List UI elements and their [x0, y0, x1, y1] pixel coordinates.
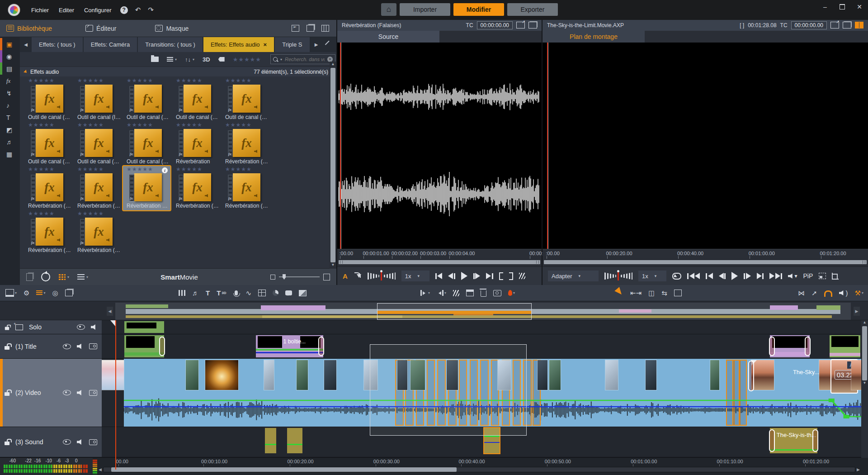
- item-rating-stars[interactable]: ★★★★★: [77, 210, 121, 217]
- item-rating-stars[interactable]: ★★★★★: [77, 122, 121, 128]
- monitor-icon[interactable]: [89, 390, 97, 396]
- item-rating-stars[interactable]: ★★★★★: [28, 166, 72, 173]
- library-item[interactable]: ★★★★★fxfxRéverbération (C...: [24, 166, 74, 210]
- library-scrollbar[interactable]: ▲ ▼: [330, 62, 336, 269]
- menu-fichier[interactable]: Fichier: [26, 5, 54, 15]
- library-item[interactable]: ★★★★★fxfxOutil de canal (St...: [222, 77, 271, 122]
- modifier-button[interactable]: Modifier: [453, 3, 504, 16]
- slide-tool-icon[interactable]: ⇆: [661, 289, 667, 297]
- copy-preview-icon[interactable]: [528, 22, 537, 28]
- multicam-icon[interactable]: [258, 290, 266, 296]
- send-to-timeline-button[interactable]: [354, 272, 362, 280]
- hscroll-thumb[interactable]: [111, 467, 457, 472]
- thumbnail-view-icon[interactable]: ▾: [58, 274, 69, 280]
- item-rating-stars[interactable]: ★★★★★: [127, 122, 170, 128]
- speed-button[interactable]: 1x▾: [638, 271, 666, 281]
- automation-button[interactable]: A: [343, 272, 348, 280]
- library-item[interactable]: ★★★★★ifxfxRéverbération (F...: [122, 165, 171, 211]
- dual-view-icon[interactable]: [855, 22, 863, 28]
- timeline-hscrollbar[interactable]: ◀ ▶: [99, 467, 860, 472]
- exporter-button[interactable]: Exporter: [507, 3, 558, 16]
- help-icon[interactable]: ?: [120, 6, 128, 14]
- pin-tab-icon[interactable]: [325, 40, 333, 48]
- video-clip-thumbnail[interactable]: [186, 360, 198, 390]
- play-button[interactable]: [461, 272, 467, 280]
- item-rating-stars[interactable]: ★★★★★: [28, 77, 72, 84]
- collection-tabs-left-icon[interactable]: ◀: [20, 37, 32, 52]
- mute-icon[interactable]: [77, 390, 83, 395]
- home-button[interactable]: ⌂: [381, 3, 396, 16]
- trim-mode-icon[interactable]: ⇤⇥: [630, 289, 642, 297]
- library-item[interactable]: ★★★★★fxfxOutil de canal (G...: [24, 77, 74, 122]
- video-clip-thumbnail[interactable]: [751, 360, 774, 390]
- rating-filter-stars[interactable]: ★★★★★: [233, 56, 261, 63]
- sidebar-photos[interactable]: ▤: [0, 62, 20, 75]
- overwrite-icon[interactable]: [466, 290, 474, 296]
- trim-handle[interactable]: [769, 337, 775, 356]
- sort-icon[interactable]: ↑↓▾: [185, 56, 194, 63]
- subtitle-icon[interactable]: [285, 290, 292, 295]
- collection-tab-1[interactable]: Effets: Caméra: [84, 37, 137, 52]
- tracks-scrollbar[interactable]: ▲▼: [861, 320, 868, 458]
- title-clip[interactable]: [830, 335, 860, 357]
- navigator-viewport[interactable]: [377, 303, 532, 320]
- item-rating-stars[interactable]: ★★★★★: [127, 77, 170, 84]
- video-clip-thumbnail[interactable]: [646, 360, 656, 390]
- source-scrollbar[interactable]: [337, 259, 542, 267]
- title-editor-icon[interactable]: T: [206, 289, 210, 297]
- timeline-settings-icon[interactable]: ⚙: [24, 289, 29, 297]
- sidebar-titles[interactable]: T: [0, 111, 20, 124]
- snapshot-icon[interactable]: [493, 290, 501, 296]
- thumbnail-size-slider[interactable]: [270, 274, 330, 280]
- visibility-icon[interactable]: [63, 390, 71, 395]
- razor-icon[interactable]: [453, 290, 459, 296]
- skip-start-button[interactable]: [435, 273, 443, 279]
- customize-toolbar-icon[interactable]: ▾: [5, 289, 17, 297]
- sidebar-sound-effects[interactable]: ♬: [0, 136, 20, 148]
- mute-icon[interactable]: [77, 344, 83, 349]
- library-item[interactable]: ★★★★★fxfxOutil de canal (St...: [172, 77, 222, 122]
- split-button[interactable]: [519, 273, 525, 279]
- library-item[interactable]: ★★★★★fxfxOutil de canal (P...: [123, 77, 172, 122]
- source-screen[interactable]: [337, 43, 542, 248]
- audio-scrub-icon[interactable]: ): [839, 289, 848, 297]
- mark-in-button[interactable]: [499, 272, 503, 280]
- title-clip[interactable]: [770, 335, 810, 357]
- pip-button[interactable]: PiP: [803, 272, 813, 280]
- tab-masque[interactable]: Masque: [149, 20, 195, 37]
- magnet-snap-icon[interactable]: [824, 289, 832, 297]
- jump-start-button[interactable]: [687, 273, 700, 279]
- export-clip-icon[interactable]: ➚: [811, 289, 817, 297]
- sidebar-organizer[interactable]: ▣: [0, 38, 20, 50]
- title-3d-icon[interactable]: T3D: [217, 289, 226, 297]
- collection-tab-3[interactable]: Effets: Effets audio×: [203, 37, 274, 52]
- audio-mixer-icon[interactable]: [179, 290, 185, 296]
- tab-bibliotheque[interactable]: Bibliothèque: [0, 20, 58, 37]
- menu-configurer[interactable]: Configurer: [79, 5, 117, 15]
- library-item[interactable]: ★★★★★fxfxOutil de canal (St...: [74, 122, 123, 166]
- visibility-icon[interactable]: [63, 439, 71, 445]
- visibility-icon[interactable]: [77, 324, 85, 330]
- scroll-up-icon[interactable]: ▲: [331, 62, 335, 67]
- close-tab-icon[interactable]: ×: [264, 41, 267, 48]
- close-button[interactable]: ✕: [851, 0, 868, 14]
- source-ruler[interactable]: :00.0000:00:01.0000:00:02.0000:00:03.000…: [337, 249, 542, 259]
- track-content-solo[interactable]: [102, 320, 868, 334]
- sidebar-music[interactable]: ♪: [0, 99, 20, 111]
- lock-icon[interactable]: [5, 327, 9, 330]
- tab-plan-de-montage[interactable]: Plan de montage: [542, 31, 645, 43]
- score-icon[interactable]: ♬: [192, 289, 199, 297]
- sidebar-montage-templates[interactable]: ◩: [0, 124, 20, 136]
- visibility-icon[interactable]: [63, 344, 71, 349]
- quick-send-icon[interactable]: [292, 25, 299, 32]
- jump-end-button[interactable]: [769, 273, 782, 279]
- frame-forward-button[interactable]: [744, 273, 751, 279]
- undo-icon[interactable]: ↶: [132, 5, 145, 15]
- mute-icon[interactable]: [91, 324, 97, 330]
- list-view-icon[interactable]: ▾: [167, 57, 177, 62]
- library-item[interactable]: ★★★★★fxfxRéverbération (T...: [24, 210, 74, 255]
- video-clip-thumbnail[interactable]: [549, 360, 561, 390]
- audio-mixer-toggle-icon[interactable]: ▾: [36, 290, 45, 295]
- frame-forward-button[interactable]: [473, 273, 481, 279]
- navigator-strip[interactable]: [115, 303, 851, 320]
